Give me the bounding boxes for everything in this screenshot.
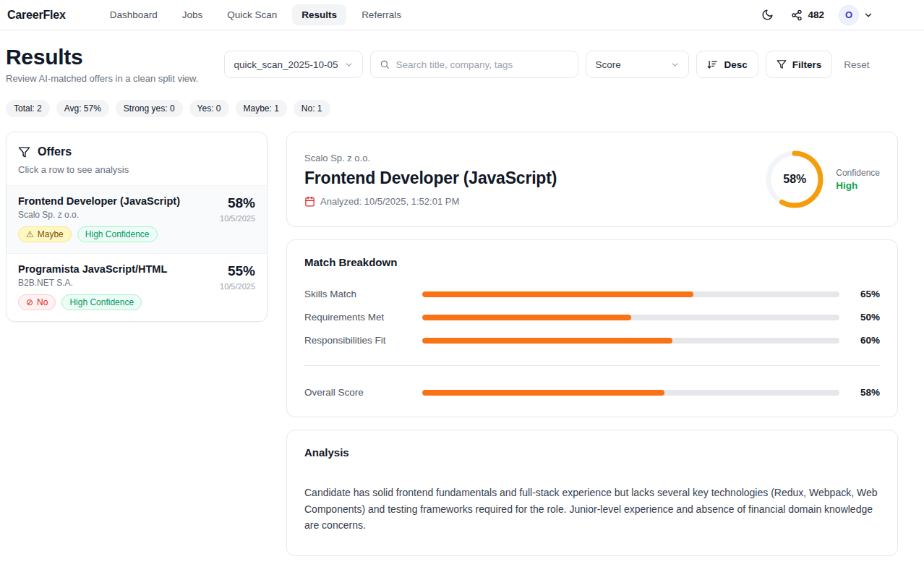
offer-detail-header: Scalo Sp. z o.o. Frontend Developer (Jav… [286, 132, 898, 227]
breakdown-row: Responsibilities Fit 60% [304, 335, 880, 346]
offers-panel-hint: Click a row to see analysis [18, 164, 255, 175]
analysis-title: Analysis [304, 446, 880, 459]
offer-title: Programista JavaScript/HTML [18, 263, 167, 275]
top-navbar: CareerFlex Dashboard Jobs Quick Scan Res… [0, 0, 924, 30]
score-ring-value: 58% [763, 148, 826, 210]
offer-score: 55% [220, 263, 255, 279]
analyzed-text: Analyzed: 10/5/2025, 1:52:01 PM [320, 196, 459, 207]
breakdown-title: Match Breakdown [304, 256, 880, 268]
offer-company: B2B.NET S.A. [18, 278, 167, 288]
reset-button[interactable]: Reset [839, 59, 873, 70]
filters-label: Filters [792, 59, 822, 70]
detail-title: Frontend Developer (JavaScript) [304, 169, 557, 188]
offer-score: 58% [220, 195, 255, 211]
search-box[interactable] [370, 51, 578, 78]
offer-row[interactable]: Frontend Developer (JavaScript) Scalo Sp… [7, 185, 267, 253]
page-title: Results [6, 45, 198, 69]
avatar[interactable]: O [839, 5, 859, 25]
scan-select[interactable]: quick_scan_2025-10-05 [224, 51, 363, 78]
stat-total: Total: 2 [6, 100, 50, 117]
page-subtitle: Review AI-matched offers in a clean spli… [6, 73, 198, 84]
search-input[interactable] [395, 59, 569, 70]
stat-no: No: 1 [294, 100, 330, 117]
moon-icon [761, 9, 774, 21]
progress-bar [422, 291, 839, 297]
confidence-value: High [836, 180, 880, 191]
title-block: Results Review AI-matched offers in a cl… [6, 45, 198, 84]
chevron-down-icon [344, 60, 354, 69]
page-header: Results Review AI-matched offers in a cl… [0, 30, 924, 84]
stat-yes: Yes: 0 [189, 100, 229, 117]
progress-bar [422, 338, 839, 344]
dark-mode-toggle[interactable] [758, 6, 777, 24]
sort-direction-label: Desc [724, 59, 747, 70]
warning-icon: ⚠ [26, 229, 34, 239]
breakdown-row: Skills Match 65% [304, 289, 880, 299]
credits-icon [791, 9, 803, 21]
stat-avg: Avg: 57% [56, 100, 109, 117]
brand-logo[interactable]: CareerFlex [7, 9, 66, 22]
main-nav: Dashboard Jobs Quick Scan Results Referr… [100, 4, 411, 25]
user-menu[interactable]: O [839, 5, 873, 25]
credits-count: 482 [808, 9, 824, 20]
analyzed-row: Analyzed: 10/5/2025, 1:52:01 PM [304, 196, 557, 207]
offers-panel: Offers Click a row to see analysis Front… [6, 132, 268, 322]
nav-jobs[interactable]: Jobs [173, 4, 213, 25]
sort-field-select[interactable]: Score [586, 51, 689, 78]
credits-counter[interactable]: 482 [791, 9, 824, 21]
offers-panel-header: Offers Click a row to see analysis [7, 132, 267, 185]
overall-score-label: Overall Score [304, 387, 409, 398]
breakdown-label: Skills Match [304, 289, 409, 299]
progress-bar-fill [422, 338, 672, 344]
no-icon: ⊘ [26, 297, 33, 307]
confidence-label: Confidence [836, 168, 880, 178]
sort-direction-button[interactable]: Desc [696, 51, 758, 78]
filters-button[interactable]: Filters [766, 51, 833, 78]
offer-row-meta: 55% 10/5/2025 [220, 263, 255, 310]
offer-row-main: Programista JavaScript/HTML B2B.NET S.A.… [18, 263, 167, 310]
scan-select-value: quick_scan_2025-10-05 [234, 59, 338, 70]
funnel-icon [18, 146, 30, 158]
sort-field-value: Score [595, 59, 620, 70]
summary-stats: Total: 2 Avg: 57% Strong yes: 0 Yes: 0 M… [0, 84, 924, 117]
offer-row-main: Frontend Developer (JavaScript) Scalo Sp… [18, 195, 180, 242]
progress-bar-fill [422, 390, 664, 396]
progress-bar-fill [422, 315, 631, 320]
match-breakdown-card: Match Breakdown Skills Match 65% Require… [286, 239, 898, 417]
nav-results[interactable]: Results [292, 4, 346, 25]
breakdown-percent: 60% [852, 335, 880, 346]
offer-row-meta: 58% 10/5/2025 [220, 195, 255, 242]
offer-title: Frontend Developer (JavaScript) [18, 195, 180, 207]
progress-bar [422, 315, 839, 320]
detail-head-right: 58% Confidence High [763, 148, 880, 210]
breakdown-divider [304, 365, 880, 366]
overall-score-percent: 58% [852, 387, 880, 398]
breakdown-percent: 65% [852, 289, 880, 299]
progress-bar-fill [422, 291, 693, 297]
breakdown-percent: 50% [852, 312, 880, 323]
offers-panel-title: Offers [38, 145, 72, 158]
nav-quick-scan[interactable]: Quick Scan [218, 4, 286, 25]
search-icon [380, 59, 390, 69]
detail-head-left: Scalo Sp. z o.o. Frontend Developer (Jav… [304, 153, 557, 207]
confidence-badge: High Confidence [61, 294, 142, 310]
results-toolbar: quick_scan_2025-10-05 Score Desc [224, 51, 898, 78]
analysis-card: Analysis Candidate has solid frontend fu… [286, 430, 898, 556]
chevron-down-icon [863, 10, 873, 20]
chevron-down-icon [670, 60, 680, 69]
breakdown-label: Requirements Met [304, 312, 409, 323]
overall-score-row: Overall Score 58% [304, 387, 880, 398]
score-ring: 58% [763, 148, 826, 210]
offer-date: 10/5/2025 [220, 214, 255, 223]
decision-label: Maybe [38, 229, 64, 239]
stat-strong-yes: Strong yes: 0 [116, 100, 183, 117]
decision-badge: ⊘No [18, 294, 56, 310]
offer-row[interactable]: Programista JavaScript/HTML B2B.NET S.A.… [7, 253, 267, 321]
breakdown-rows: Skills Match 65% Requirements Met 50% Re… [304, 289, 880, 346]
nav-dashboard[interactable]: Dashboard [100, 4, 167, 25]
split-view: Offers Click a row to see analysis Front… [0, 117, 924, 556]
nav-right-cluster: 482 O [758, 5, 917, 25]
nav-referrals[interactable]: Referrals [352, 4, 411, 25]
sort-desc-icon [707, 59, 718, 70]
offer-date: 10/5/2025 [220, 282, 255, 291]
